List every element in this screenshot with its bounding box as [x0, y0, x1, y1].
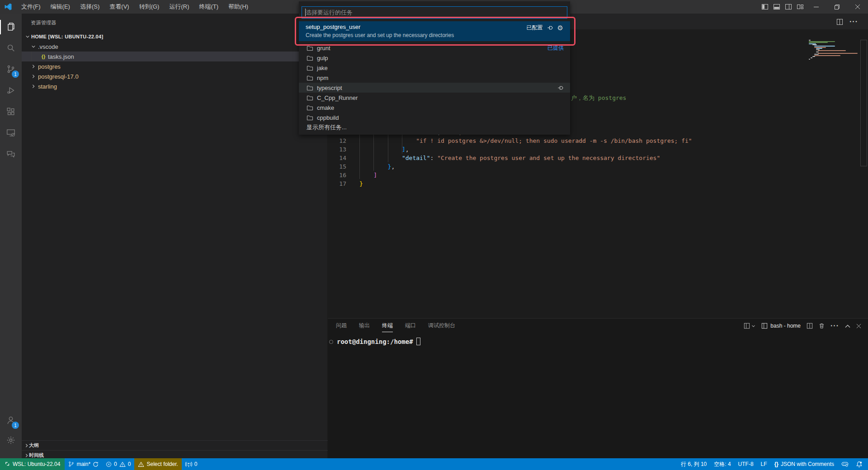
code-line[interactable]: "detail": "Create the postgres user and … — [359, 154, 660, 162]
panel-tab-调试控制台[interactable]: 调试控制台 — [428, 322, 455, 332]
quickpick-item-gulp[interactable]: gulp — [299, 53, 570, 63]
tree-item-starling[interactable]: starling — [22, 81, 328, 91]
new-terminal-button[interactable] — [744, 323, 755, 329]
activitybar-extensions[interactable] — [0, 107, 22, 118]
activitybar-comments[interactable] — [0, 149, 22, 160]
indent-guide — [31, 52, 32, 61]
quickpick-item-typescript[interactable]: typescript — [299, 83, 570, 93]
statusbar-language-mode[interactable]: {}JSON with Comments — [771, 458, 838, 470]
copilot-item[interactable] — [838, 458, 852, 470]
quickpick-item-C_Cpp_Runner[interactable]: C_Cpp_Runner — [299, 93, 570, 103]
warnings-icon — [119, 461, 126, 467]
tree-root-home[interactable]: HOME [WSL: UBUNTU-22.04] — [22, 32, 328, 42]
menu-go[interactable]: 转到(G) — [134, 0, 165, 14]
close-panel-icon[interactable] — [856, 324, 861, 329]
statusbar-cursor-position[interactable]: 行 6, 列 10 — [677, 458, 710, 470]
quickpick-item-jake[interactable]: jake — [299, 63, 570, 73]
terminal-tab-bash-home[interactable]: bash - home — [761, 323, 801, 329]
panel-tab-终端[interactable]: 终端 — [382, 322, 393, 332]
panel-more-actions-icon[interactable]: ··· — [830, 322, 839, 330]
split-terminal-icon[interactable] — [807, 323, 813, 329]
statusbar-encoding[interactable]: UTF-8 — [735, 458, 757, 470]
activitybar-settings[interactable] — [0, 435, 22, 446]
menu-help[interactable]: 帮助(H) — [223, 0, 253, 14]
activitybar-remote-explorer[interactable] — [0, 128, 22, 139]
code-line[interactable]: ] — [359, 171, 377, 179]
activitybar-run-debug[interactable] — [0, 85, 22, 96]
quickpick-item-label: jake — [317, 65, 328, 71]
activitybar-source-control[interactable]: 1 — [0, 64, 22, 75]
statusbar-indentation[interactable]: 空格: 4 — [710, 458, 734, 470]
panel-tab-问题[interactable]: 问题 — [336, 322, 347, 332]
minimap-slider[interactable] — [860, 40, 867, 166]
menu-view[interactable]: 查看(V) — [104, 0, 134, 14]
terminal-prompt[interactable]: root@dingning:/home# — [337, 338, 420, 345]
line-number: 12 — [328, 136, 346, 145]
restore-button[interactable] — [826, 0, 847, 14]
maximize-panel-icon[interactable] — [845, 324, 850, 328]
tree-item-tasks.json[interactable]: {}tasks.json — [22, 52, 328, 61]
token: "detail" — [402, 155, 430, 161]
menu-edit[interactable]: 编辑(E) — [46, 0, 75, 14]
quickpick-item-cppbuild[interactable]: cppbuild — [299, 113, 570, 122]
minimap-line — [809, 42, 828, 43]
select-folder-warning[interactable]: Select folder. — [134, 458, 181, 470]
layout-controls — [761, 0, 804, 14]
quickpick-item-cmake[interactable]: cmake — [299, 103, 570, 113]
remote-indicator[interactable]: WSL: Ubuntu-22.04 — [0, 458, 65, 470]
folder-icon — [307, 95, 314, 101]
chevron-down-icon — [24, 34, 31, 39]
panel-tab-端口[interactable]: 端口 — [405, 322, 416, 332]
minimap-line — [814, 54, 819, 55]
minimap[interactable] — [807, 36, 868, 190]
section-label: 大纲 — [29, 442, 39, 449]
notifications-bell[interactable] — [852, 458, 866, 470]
quickpick-item-label: gulp — [317, 55, 328, 61]
code-line[interactable]: }, — [359, 162, 395, 171]
extensions-icon — [6, 107, 16, 117]
kill-terminal-icon[interactable] — [819, 323, 825, 329]
tree-item-.vscode[interactable]: .vscode — [22, 42, 328, 52]
pin-task-icon[interactable] — [557, 85, 564, 91]
quickpick-show-all-tasks[interactable]: 显示所有任务... — [299, 122, 570, 132]
editor-more-actions-icon[interactable]: ··· — [849, 18, 858, 26]
line-number: 15 — [328, 162, 346, 171]
copilot-icon — [841, 461, 849, 467]
activitybar-explorer[interactable] — [0, 22, 22, 33]
code-line[interactable]: } — [359, 179, 363, 188]
close-window-button[interactable] — [847, 0, 868, 14]
terminal-icon — [761, 323, 768, 329]
badge: 1 — [12, 70, 19, 78]
warning-icon — [138, 461, 144, 467]
toggle-secondary-sidebar-icon[interactable] — [785, 3, 792, 10]
split-editor-icon[interactable] — [836, 19, 843, 25]
section-outline[interactable]: 大纲 — [22, 440, 328, 450]
tree-item-postgres[interactable]: postgres — [22, 61, 328, 71]
minimize-button[interactable] — [806, 0, 826, 14]
quickpick-item-npm[interactable]: npm — [299, 73, 570, 83]
panel-tab-输出[interactable]: 输出 — [359, 322, 370, 332]
token: ] — [373, 172, 377, 179]
git-branch-item[interactable]: main* — [65, 458, 102, 470]
toggle-panel-icon[interactable] — [773, 3, 780, 10]
activitybar-accounts[interactable]: 1 — [0, 415, 22, 426]
quickpick-item-label: C_Cpp_Runner — [317, 94, 358, 101]
menu-file[interactable]: 文件(F) — [16, 0, 46, 14]
tree-item-postgresql-17.0[interactable]: postgresql-17.0 — [22, 71, 328, 81]
problems-item[interactable]: 0 0 — [102, 458, 134, 470]
menu-selection[interactable]: 选择(S) — [75, 0, 104, 14]
errors-icon — [106, 461, 112, 467]
activitybar-search[interactable] — [0, 43, 22, 54]
chevron-right-icon — [30, 84, 37, 89]
toggle-sidebar-icon[interactable] — [761, 3, 769, 10]
tree-root-label: HOME [WSL: UBUNTU-22.04] — [31, 34, 103, 39]
code-line[interactable]: "if ! id postgres &>/dev/null; then sudo… — [359, 136, 692, 145]
customize-layout-icon[interactable] — [797, 3, 804, 10]
token: , — [391, 163, 395, 170]
statusbar-eol[interactable]: LF — [757, 458, 771, 470]
menu-run[interactable]: 运行(R) — [164, 0, 194, 14]
forwarded-ports-item[interactable]: 0 — [182, 458, 201, 470]
menu-terminal[interactable]: 终端(T) — [194, 0, 223, 14]
broadcast-icon — [185, 461, 192, 467]
terminal-prompt-text: root@dingning:/home# — [337, 338, 413, 345]
